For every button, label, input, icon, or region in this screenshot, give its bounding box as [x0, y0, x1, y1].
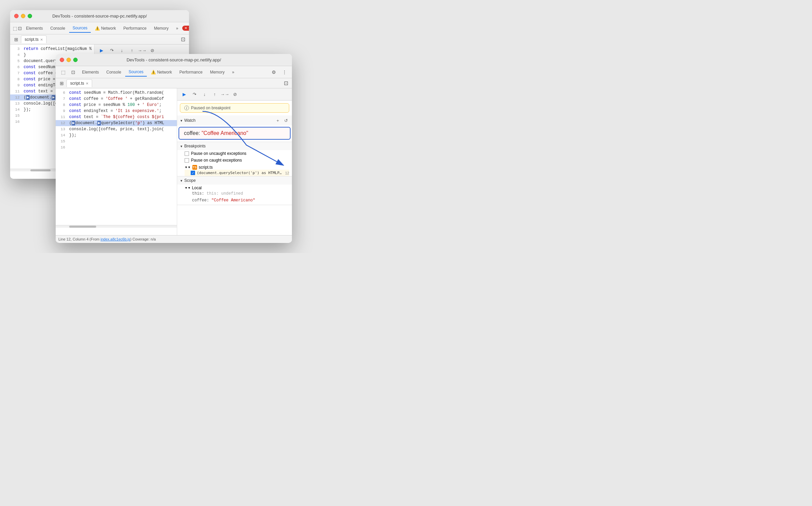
continue-btn-1[interactable]: →→ [138, 46, 146, 55]
watch-key-2: coffee: [184, 130, 201, 136]
bp-pause-uncaught: Pause on uncaught exceptions [177, 150, 292, 157]
device-icon[interactable]: ⊡ [18, 24, 22, 33]
local-section: ▼ Local this: this: undefined coffee: "C… [177, 185, 292, 205]
watch-header-left-2: Watch [180, 118, 195, 123]
step-out-btn-2[interactable]: ↑ [210, 90, 219, 99]
status-bar-2: Line 12, Column 4 (From index.a8c1ec6b.j… [56, 235, 292, 243]
step-over-btn-2[interactable]: ↷ [190, 90, 199, 99]
bp-label-2: Breakpoints [184, 144, 206, 148]
code-line: 11 const text = `The ${coffee} costs ${p… [56, 114, 177, 120]
device-icon-2[interactable]: ⊡ [69, 67, 78, 77]
watch-highlight-box-2: coffee: "Coffee Americano" [179, 127, 291, 140]
bp-enabled-checkbox[interactable]: ✓ [191, 171, 195, 175]
step-into-btn-2[interactable]: ↓ [200, 90, 209, 99]
bp-checkbox-caught[interactable] [185, 158, 189, 163]
watch-refresh-btn-2[interactable]: ↺ [282, 117, 289, 124]
more-icon-2[interactable]: ⋮ [280, 67, 289, 77]
resume-btn-2[interactable]: ▶ [180, 90, 189, 99]
tab-console-1[interactable]: Console [47, 24, 69, 32]
resume-btn-1[interactable]: ▶ [97, 46, 106, 55]
deactivate-btn-1[interactable]: ⊘ [148, 46, 157, 55]
tab-sources-2[interactable]: Sources [125, 68, 147, 77]
file-nav-icon-1[interactable]: ⊡ [178, 35, 188, 44]
maximize-button-2[interactable] [73, 58, 78, 62]
bp-checkbox-uncaught[interactable] [185, 151, 189, 156]
watch-label-2: Watch [184, 118, 196, 123]
tab-memory-1[interactable]: Memory [151, 24, 172, 32]
code-line: 8 const price = seedNum % 100 + ' Euro'; [56, 102, 177, 108]
file-tab-script-2[interactable]: script.ts ✕ [66, 79, 92, 87]
code-line: 9 const endingText = 'It is expensive.'; [56, 108, 177, 114]
window-title-2: DevTools - consistent-source-map-pc.netl… [127, 57, 221, 62]
titlebar-1: DevTools - consistent-source-map-pc.netl… [10, 10, 189, 22]
local-header[interactable]: ▼ Local [185, 186, 289, 190]
window-title-1: DevTools - consistent-source-map-pc.netl… [52, 13, 147, 19]
tab-more-2[interactable]: » [229, 68, 238, 76]
file-nav-icon-2[interactable]: ⊡ [281, 79, 291, 88]
step-into-btn-1[interactable]: ↓ [117, 46, 126, 55]
scope-label: Scope [184, 178, 196, 183]
file-tab-close-1[interactable]: ✕ [40, 38, 43, 41]
scrollbar-thumb-1 [30, 169, 51, 171]
code-line: 3 return coffeeList[magicNum % c [10, 46, 94, 52]
scope-expand-icon [180, 178, 183, 183]
close-button-2[interactable] [60, 58, 64, 62]
minimize-button-2[interactable] [66, 58, 71, 62]
code-line: 6 const seedNum = Math.floor(Math.random… [56, 90, 177, 96]
minimize-button-1[interactable] [21, 14, 25, 18]
tab-network-2[interactable]: ⚠️ Network [147, 68, 175, 76]
tab-elements-2[interactable]: Elements [79, 68, 102, 76]
devtools-window-2: DevTools - consistent-source-map-pc.netl… [56, 54, 292, 243]
tab-elements-1[interactable]: Elements [23, 24, 46, 32]
tab-memory-2[interactable]: Memory [207, 68, 228, 76]
code-line: 14 }); [56, 132, 177, 138]
toolbar-icons-1: ✕ 1 ⚙ ⋮ [182, 24, 189, 33]
continue-btn-2[interactable]: →→ [220, 90, 229, 99]
scrollbar-thumb-2 [69, 226, 96, 228]
tab-network-1[interactable]: ⚠️ Network [91, 24, 119, 32]
deactivate-btn-2[interactable]: ⊘ [231, 90, 239, 99]
code-line: 7 const coffee = 'Coffee ' + getRandomCo… [56, 96, 177, 102]
code-scrollbar-2[interactable] [56, 225, 177, 228]
tab-performance-1[interactable]: Performance [120, 24, 150, 32]
tab-performance-2[interactable]: Performance [176, 68, 206, 76]
file-tab-script-1[interactable]: script.ts ✕ [21, 35, 47, 43]
warning-icon-1: ⚠️ [95, 26, 100, 31]
bp-uncaught-text: Pause on uncaught exceptions [191, 151, 246, 156]
watch-header-2[interactable]: Watch + ↺ [177, 115, 292, 125]
bp-script-expand: ▼ [185, 166, 191, 169]
file-tabs-2: ⊞ script.ts ✕ ⊡ [56, 78, 292, 88]
bp-script-icon: TS [192, 165, 197, 170]
watch-section-2: Watch + ↺ coffee: "Coffee Americano" [177, 115, 292, 142]
code-line: 15 [56, 138, 177, 144]
bp-script-group: ▼ TS script.ts ✓ (document.querySelector… [177, 164, 292, 176]
bp-breakpoint-item[interactable]: ✓ (document.querySelector('p') as HTMLP…… [185, 170, 289, 176]
debugger-toolbar-2: ▶ ↷ ↓ ↑ →→ ⊘ [177, 88, 292, 101]
breakpoints-header-2[interactable]: Breakpoints [177, 142, 292, 150]
bp-pause-caught: Pause on caught exceptions [177, 157, 292, 164]
close-button-1[interactable] [14, 14, 19, 18]
step-out-btn-1[interactable]: ↑ [128, 46, 136, 55]
bp-script-name: script.ts [199, 165, 213, 170]
sidebar-toggle-2[interactable]: ⊞ [57, 79, 66, 88]
bp-header-left-2: Breakpoints [180, 144, 206, 148]
step-over-btn-1[interactable]: ↷ [107, 46, 116, 55]
tab-more-1[interactable]: » [173, 24, 182, 32]
file-tab-close-2[interactable]: ✕ [86, 82, 88, 85]
inspect-icon-2[interactable]: ⬚ [58, 67, 68, 77]
sidebar-toggle-1[interactable]: ⊞ [11, 35, 21, 44]
tab-sources-1[interactable]: Sources [69, 24, 91, 33]
bp-line-num: 12 [285, 171, 289, 175]
breakpoint-banner-2: i Paused on breakpoint [180, 103, 289, 113]
scope-section: Scope ▼ Local this: this: undefined coff… [177, 176, 292, 205]
code-line-highlighted-2: 12 (▶document.▶querySelector('p') as HTM… [56, 120, 177, 126]
settings-icon-2[interactable]: ⚙ [269, 67, 278, 77]
code-line: 13 console.log([coffee, price, text].joi… [56, 126, 177, 132]
inspect-icon[interactable]: ⬚ [13, 24, 17, 33]
watch-add-btn-2[interactable]: + [274, 117, 281, 124]
tab-console-2[interactable]: Console [103, 68, 125, 76]
status-link-2[interactable]: index.a8c1ec6b.js [101, 237, 130, 241]
right-panel-2: ▶ ↷ ↓ ↑ →→ ⊘ i Paused on breakpoint Watc… [177, 88, 292, 235]
maximize-button-1[interactable] [28, 14, 32, 18]
scope-header[interactable]: Scope [177, 176, 292, 185]
